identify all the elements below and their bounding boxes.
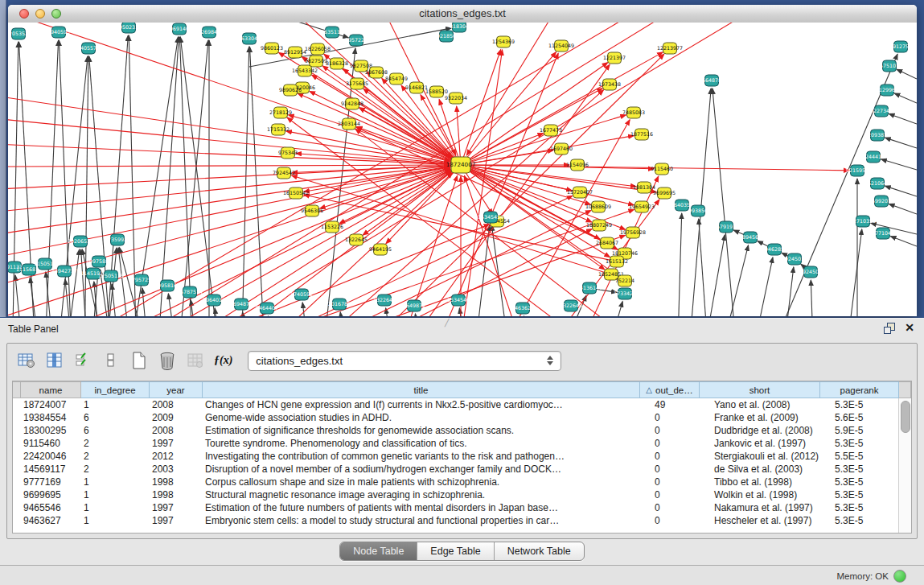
graph-node-1244419[interactable]: 1244419 <box>862 151 885 163</box>
graph-node-950231[interactable]: 950231 <box>119 23 138 33</box>
graph-node-1771045[interactable]: 1771045 <box>872 228 894 239</box>
graph-node-9546306[interactable]: 9546306 <box>301 205 323 216</box>
window-titlebar[interactable]: citations_edges.txt <box>8 5 917 23</box>
graph-node-946285[interactable]: 946285 <box>765 244 784 255</box>
graph-node-8186328[interactable]: 8186328 <box>326 58 348 69</box>
table-row[interactable]: 1456911722003Disruption of a novel membe… <box>13 463 911 476</box>
graph-node-1715332[interactable]: 1715332 <box>267 124 290 135</box>
graph-node-1677473[interactable]: 1677473 <box>540 125 562 136</box>
column-header-in_degree[interactable]: in_degree <box>81 381 150 398</box>
new-table-icon[interactable] <box>129 351 149 370</box>
graph-node-16648784[interactable]: 16648784 <box>699 75 725 86</box>
table-selector-combobox[interactable]: citations_edges.txt <box>248 351 561 371</box>
graph-node-8633043[interactable]: 8633043 <box>238 33 261 44</box>
zoom-traffic-light-icon[interactable] <box>51 9 61 19</box>
graph-node-17359924[interactable]: 17359924 <box>105 234 130 245</box>
graph-node-11254049[interactable]: 11254049 <box>548 40 574 51</box>
graph-node-1269845[interactable]: 1269845 <box>198 27 220 38</box>
graph-node-7485083[interactable]: 7485083 <box>622 107 645 118</box>
table-row[interactable]: 946362711997Embryonic stem cells: a mode… <box>13 514 911 527</box>
graph-node-2718129[interactable]: 2718129 <box>269 107 292 118</box>
graph-node-12093872[interactable]: 12093872 <box>864 130 890 141</box>
graph-node-1877516[interactable]: 1877516 <box>630 129 653 140</box>
table-row[interactable]: 977716911998Corpus callosum shape and si… <box>13 476 911 488</box>
graph-node-9464195[interactable]: 9464195 <box>369 244 392 255</box>
graph-node-9464407[interactable]: 9464407 <box>256 303 278 314</box>
graph-node-993856[interactable]: 993856 <box>688 205 708 216</box>
graph-node-205352[interactable]: 205352 <box>9 28 28 39</box>
graph-node-1940595[interactable]: 1940595 <box>47 27 70 38</box>
graph-node-9699695[interactable]: 9699695 <box>653 187 676 199</box>
import-table-icon[interactable] <box>186 351 205 370</box>
panel-resize-grip-icon[interactable]: ╱ <box>445 319 449 327</box>
graph-node-10975887[interactable]: 10975887 <box>86 256 112 267</box>
table-row[interactable]: 969969511998Structural magnetic resonanc… <box>13 488 911 501</box>
column-header-short[interactable]: short <box>700 381 820 398</box>
table-row[interactable]: 1872400712008Changes of HCN gene express… <box>13 398 911 411</box>
graph-node-924501[interactable]: 924501 <box>785 253 804 265</box>
graph-node-1322645[interactable]: 1322645 <box>345 234 368 245</box>
tab-network-table[interactable]: Network Table <box>494 542 584 560</box>
column-header-title[interactable]: title <box>203 381 640 398</box>
graph-node-9463627[interactable]: 9463627 <box>511 303 534 314</box>
graph-node-8454749[interactable]: 8454749 <box>385 73 408 84</box>
graph-node-9129966[interactable]: 9129966 <box>876 84 898 96</box>
graph-node-20206535[interactable]: 20206535 <box>68 236 93 247</box>
graph-node-1322642[interactable]: 1322642 <box>373 295 396 306</box>
graph-node-8694871[interactable]: 8694871 <box>230 299 253 310</box>
table-row[interactable]: 946554611997Estimation of the future num… <box>13 501 911 514</box>
table-row[interactable]: 2242004622012Investigating the contribut… <box>13 450 911 463</box>
minimize-traffic-light-icon[interactable] <box>35 9 45 19</box>
table-row[interactable]: 1938455462009Genome-wide association stu… <box>13 411 911 424</box>
graph-node-975343[interactable]: 975343 <box>278 147 298 159</box>
graph-node-752214[interactable]: 752214 <box>615 275 634 286</box>
graph-node-13942737[interactable]: 13942737 <box>51 266 77 277</box>
network-canvas[interactable]: 1872400798601238912954182260589827509818… <box>8 23 917 316</box>
table-scrollbar-thumb[interactable] <box>901 401 910 433</box>
graph-node-7924542[interactable]: 7924542 <box>273 167 295 179</box>
graph-node-18226058[interactable]: 18226058 <box>305 43 331 55</box>
graph-node-17957255[interactable]: 17957255 <box>129 274 154 286</box>
graph-node-1405572[interactable]: 1405572 <box>77 43 100 54</box>
table-options-icon[interactable] <box>17 351 36 370</box>
graph-node-12710356[interactable]: 12710356 <box>850 216 876 227</box>
close-panel-icon[interactable]: ✕ <box>905 322 914 333</box>
graph-node-7957224[interactable]: 7957224 <box>345 35 368 46</box>
graph-node-14136141[interactable]: 14136141 <box>577 282 602 294</box>
graph-node-1221397[interactable]: 1221397 <box>603 52 626 64</box>
graph-node-9322034[interactable]: 9322034 <box>445 93 467 104</box>
tab-node-table[interactable]: Node Table <box>340 542 417 560</box>
table-row[interactable]: 1830029562008Estimation of significance … <box>13 424 911 437</box>
graph-node-20691406[interactable]: 20691406 <box>166 23 192 35</box>
column-header-year[interactable]: year <box>150 381 203 398</box>
column-header-name[interactable]: name <box>21 381 81 398</box>
graph-node-1740592[interactable]: 1740592 <box>290 289 313 300</box>
delete-table-icon[interactable] <box>158 351 177 370</box>
select-all-icon[interactable] <box>73 351 92 370</box>
graph-node-2649871[interactable]: 2649871 <box>403 300 425 311</box>
graph-node-1635114[interactable]: 1635114 <box>321 27 343 38</box>
tab-edge-table[interactable]: Edge Table <box>417 542 493 560</box>
table-row[interactable]: 911546021997Tourette syndrome. Phenomeno… <box>13 437 911 450</box>
graph-node-9860123[interactable]: 9860123 <box>261 43 283 54</box>
column-header-out_degree[interactable]: △out_de… <box>640 381 700 398</box>
graph-node-1924502[interactable]: 1924502 <box>799 266 822 278</box>
graph-node-1154096[interactable]: 1154096 <box>566 159 589 171</box>
graph-node-16787574[interactable]: 16787574 <box>177 286 203 298</box>
graph-node-1697460[interactable]: 1697460 <box>550 143 573 154</box>
graph-node-1254369[interactable]: 1254369 <box>492 36 515 47</box>
graph-node-679197[interactable]: 679197 <box>717 221 736 233</box>
graph-node-818304[interactable]: 818304 <box>450 23 469 32</box>
graph-node-1322648[interactable]: 1322648 <box>560 300 582 311</box>
graph-node-12213977[interactable]: 12213977 <box>657 43 683 54</box>
graph-node-1912754[interactable]: 1912754 <box>889 41 912 52</box>
column-visibility-icon[interactable] <box>45 351 64 370</box>
table-scrollbar[interactable] <box>898 398 911 533</box>
graph-node-15992071[interactable]: 15992071 <box>869 196 894 207</box>
function-builder-icon[interactable]: ƒ(x) <box>214 354 232 367</box>
float-panel-icon[interactable] <box>884 323 895 333</box>
column-header-pagerank[interactable]: pagerank <box>820 381 899 398</box>
close-traffic-light-icon[interactable] <box>19 9 29 19</box>
row-height-icon[interactable] <box>101 351 121 370</box>
memory-status-icon[interactable] <box>893 570 906 583</box>
